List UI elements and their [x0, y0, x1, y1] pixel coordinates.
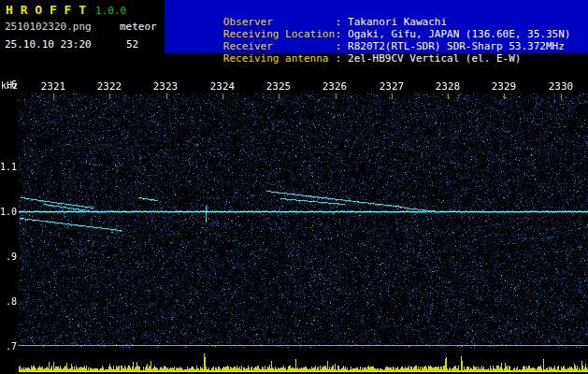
hrofft-window: H R O F F T 1.0.0 2510102320.png meteor …: [0, 0, 588, 374]
freq-tick-label: 1.0: [0, 207, 17, 217]
frequency-axis: kHz 1.1 1.0 .9 .8 .7 .6: [0, 79, 18, 360]
time-tick-label: 2330: [548, 80, 574, 93]
freq-tick-label: .8: [0, 296, 17, 307]
time-tick-label: 2325: [265, 80, 292, 93]
info-label: Receiving antenna: [223, 52, 336, 65]
freq-tick-label: 1.1: [0, 162, 17, 172]
time-tick-label: 2329: [491, 80, 517, 93]
info-row-observer: Observer: Takanori Kawachi: [165, 2, 588, 14]
mode-label: meteor: [120, 21, 157, 33]
time-tick-label: 2324: [209, 80, 236, 93]
time-tick-label: 2321: [40, 80, 66, 93]
file-name: 2510102320.png: [5, 21, 92, 33]
app-header: H R O F F T 1.0.0 2510102320.png meteor …: [0, 0, 165, 53]
time-axis: 2321 2322 2323 2324 2325 2326 2327 2328 …: [0, 80, 588, 92]
spectrogram-canvas: [0, 79, 588, 374]
time-tick-label: 2327: [379, 80, 405, 93]
app-title: H R O F F T: [6, 3, 86, 17]
freq-tick-label: .9: [0, 252, 17, 262]
time-tick-label: 2322: [96, 80, 122, 93]
time-tick-label: 2326: [322, 80, 348, 93]
timestamp: 25.10.10 23:20: [5, 38, 92, 50]
time-tick-label: 2328: [435, 80, 461, 93]
observation-info-panel: Observer: Takanori Kawachi Receiving Loc…: [165, 0, 588, 53]
info-value: : 2el-HB9CV Vertical (el. E-W): [336, 52, 522, 65]
freq-tick-label: .6: [0, 79, 17, 90]
freq-tick-label: .7: [0, 341, 17, 352]
echo-count: 52: [126, 38, 138, 50]
app-version: 1.0.0: [95, 5, 126, 17]
time-tick-label: 2323: [152, 80, 179, 93]
